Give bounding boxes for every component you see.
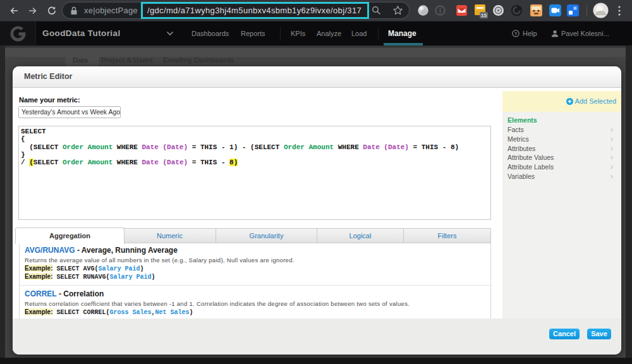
svg-text:15: 15	[481, 13, 487, 18]
svg-text:?: ?	[514, 31, 518, 37]
